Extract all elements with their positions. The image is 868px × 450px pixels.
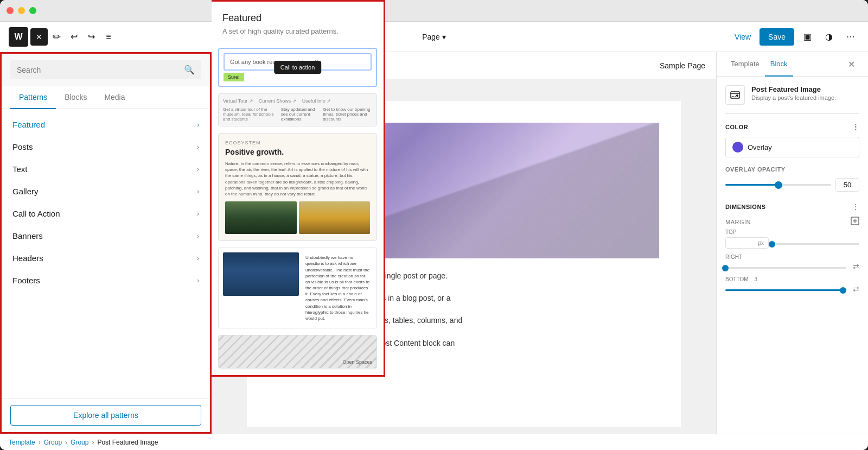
color-overlay-row[interactable]: Overlay: [725, 137, 859, 157]
article-title: Positive growth.: [225, 148, 370, 156]
tab-template[interactable]: Template: [725, 52, 765, 77]
top-label: TOP: [725, 229, 859, 235]
panel-item-footers[interactable]: Footers ›: [2, 269, 210, 291]
sea-card-inner: Undoubtedly we have no questions to ask …: [219, 248, 376, 328]
nav-col-3: Get to know our opening times, ticket pr…: [323, 107, 372, 122]
right-adjust-icon[interactable]: ⇄: [853, 262, 859, 271]
toolbar-right: View Save ▣ ◑ ⋯: [730, 28, 859, 46]
open-spaces-label: Open Spaces: [342, 359, 372, 365]
breadcrumb-group-2[interactable]: Group: [71, 439, 88, 446]
top-input-row: px: [725, 237, 859, 249]
bottom-slider[interactable]: [725, 289, 846, 291]
breadcrumb-group-1[interactable]: Group: [44, 439, 62, 446]
contrast-button[interactable]: ◑: [820, 28, 838, 46]
save-button[interactable]: Save: [760, 28, 794, 46]
sidebar-toggle-button[interactable]: ▣: [799, 28, 816, 46]
tab-patterns[interactable]: Patterns: [10, 86, 56, 109]
stripes-pattern-card[interactable]: Open Spaces: [218, 335, 377, 369]
maximize-traffic-light[interactable]: [29, 7, 36, 14]
breadcrumb-template[interactable]: Template: [9, 439, 35, 446]
list-view-button[interactable]: ≡: [100, 28, 117, 46]
redo-button[interactable]: ↪: [82, 28, 100, 46]
view-button[interactable]: View: [730, 29, 755, 45]
article-eyebrow: ECOSYSTEM: [225, 140, 370, 145]
close-panel-button[interactable]: ✕: [844, 55, 859, 74]
opacity-thumb: [775, 181, 782, 189]
chevron-icon: ›: [197, 121, 199, 129]
sea-text: Undoubtedly we have no questions to ask …: [303, 252, 372, 324]
dimensions-dots[interactable]: ⋮: [852, 202, 859, 211]
patterns-popup: Featured A set of high quality curated p…: [212, 52, 385, 377]
bottom-label-text: BOTTOM 3: [725, 276, 859, 282]
breadcrumb-sep-3: ›: [92, 439, 94, 446]
chevron-icon: ›: [197, 277, 199, 284]
top-field: TOP px: [725, 229, 859, 249]
chevron-icon: ›: [197, 255, 199, 262]
opacity-slider[interactable]: [725, 184, 831, 186]
patterns-popup-content: Got any book recommendations? Sure! Call…: [212, 52, 384, 375]
panel-item-featured[interactable]: Featured ›: [2, 113, 210, 136]
tab-blocks[interactable]: Blocks: [56, 86, 95, 109]
article-card-inner: ECOSYSTEM Positive growth. Nature, in th…: [219, 134, 376, 240]
close-traffic-light[interactable]: [7, 7, 14, 14]
article-pattern-card[interactable]: ECOSYSTEM Positive growth. Nature, in th…: [218, 133, 377, 241]
edit-icon-button[interactable]: ✏: [48, 28, 65, 46]
breadcrumb-bar: Template › Group › Group › Post Featured…: [0, 434, 868, 450]
dimensions-section: Dimensions ⋮ MARGIN: [725, 202, 859, 293]
search-input[interactable]: [17, 66, 180, 74]
margin-label: MARGIN: [725, 219, 751, 225]
search-icon: 🔍: [184, 65, 195, 75]
close-button[interactable]: ✕: [30, 28, 48, 46]
right-panel-tabs: Template Block ✕: [717, 52, 868, 77]
opacity-row: 50: [725, 178, 859, 192]
color-section-label: Color ⋮: [725, 123, 859, 131]
panel-item-headers[interactable]: Headers ›: [2, 247, 210, 269]
search-wrap: 🔍: [10, 60, 201, 79]
page-button[interactable]: Page ▾: [416, 29, 452, 45]
overlay-color-name: Overlay: [748, 143, 772, 151]
bottom-slider-thumb: [840, 287, 846, 294]
bottom-input-row: ⇄: [725, 284, 859, 293]
panel-item-posts[interactable]: Posts ›: [2, 136, 210, 158]
stripes-card-inner: Open Spaces: [219, 335, 376, 368]
top-input-box[interactable]: px: [725, 237, 769, 249]
top-slider-row: [772, 243, 859, 245]
bottom-field: BOTTOM 3 ⇄: [725, 276, 859, 293]
windmill-image: [299, 201, 371, 234]
dimensions-label: Dimensions: [725, 204, 766, 210]
sea-pattern-card[interactable]: Undoubtedly we have no questions to ask …: [218, 248, 377, 328]
tab-media[interactable]: Media: [95, 86, 133, 109]
block-info-text: Post Featured Image Display a post's fea…: [751, 85, 836, 101]
panel-item-cta[interactable]: Call to Action ›: [2, 202, 210, 225]
sample-page-label: Sample Page: [660, 61, 705, 70]
nav-pattern-card[interactable]: Virtual Tour ↗ Current Shows ↗ Useful In…: [218, 93, 377, 126]
cta-overlay-label: Call to action: [274, 61, 322, 74]
margin-adjust-icon[interactable]: [851, 217, 859, 227]
top-unit: px: [758, 240, 764, 246]
bottom-adjust-icon[interactable]: ⇄: [853, 284, 859, 293]
right-slider[interactable]: [725, 267, 846, 269]
right-input-row: ⇄: [725, 262, 859, 271]
explore-all-patterns-button[interactable]: Explore all patterns: [10, 405, 201, 426]
article-images: [225, 201, 370, 234]
panel-list: Featured › Posts › Text › Gallery › Call…: [2, 109, 210, 398]
search-area: 🔍: [2, 54, 210, 86]
color-section-dots[interactable]: ⋮: [852, 123, 860, 131]
cta-pattern-card[interactable]: Got any book recommendations? Sure! Call…: [218, 52, 377, 87]
forest-image: [225, 201, 297, 234]
nav-card-inner: Virtual Tour ↗ Current Shows ↗ Useful In…: [219, 94, 376, 126]
panel-item-text[interactable]: Text ›: [2, 158, 210, 180]
chevron-icon: ›: [197, 166, 199, 173]
more-options-button[interactable]: ⋯: [842, 28, 859, 46]
tab-block[interactable]: Block: [765, 52, 793, 77]
block-info: Post Featured Image Display a post's fea…: [725, 85, 859, 114]
panel-item-banners[interactable]: Banners ›: [2, 225, 210, 247]
panel-item-gallery[interactable]: Gallery ›: [2, 180, 210, 202]
bottom-slider-row: [725, 289, 846, 291]
undo-button[interactable]: ↩: [65, 28, 82, 46]
page-selector[interactable]: Page ▾: [416, 29, 452, 45]
top-slider[interactable]: [772, 243, 859, 245]
minimize-traffic-light[interactable]: [18, 7, 25, 14]
block-title: Post Featured Image: [751, 85, 836, 93]
sea-image: [223, 252, 299, 296]
